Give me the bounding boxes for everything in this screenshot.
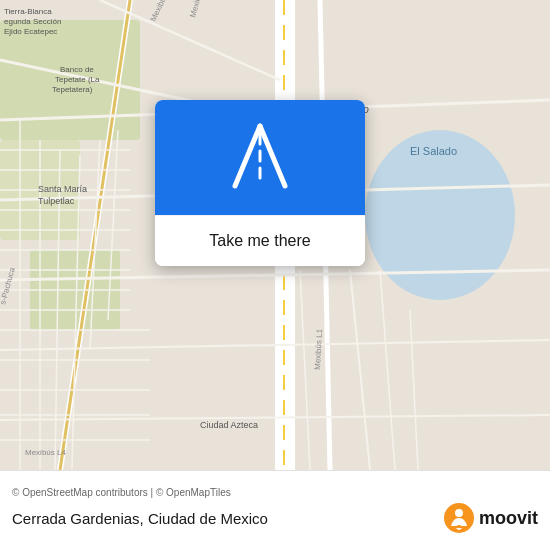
svg-text:El Salado: El Salado: [410, 145, 457, 157]
svg-line-60: [235, 126, 260, 186]
road-icon: [220, 116, 300, 200]
svg-text:Tepetatera): Tepetatera): [52, 85, 93, 94]
svg-text:Banco de: Banco de: [60, 65, 94, 74]
svg-text:Ciudad Azteca: Ciudad Azteca: [200, 420, 258, 430]
place-name: Cerrada Gardenias, Ciudad de Mexico: [12, 510, 268, 527]
card-icon-area: [155, 100, 365, 215]
take-me-there-button[interactable]: Take me there: [155, 215, 365, 266]
svg-text:Tepetate (La: Tepetate (La: [55, 75, 100, 84]
svg-text:Tierra-Blanca: Tierra-Blanca: [4, 7, 52, 16]
action-card: Take me there: [155, 100, 365, 266]
moovit-icon-svg: [443, 502, 475, 534]
svg-text:Ejido Ecatepec: Ejido Ecatepec: [4, 27, 57, 36]
svg-text:Tulpetlac: Tulpetlac: [38, 196, 75, 206]
svg-text:Santa María: Santa María: [38, 184, 87, 194]
map-container: Fraccionamiento Las Américas El Salado S…: [0, 0, 550, 470]
place-row: Cerrada Gardenias, Ciudad de Mexico moov…: [12, 502, 538, 534]
bottom-bar: © OpenStreetMap contributors | © OpenMap…: [0, 470, 550, 550]
svg-point-66: [455, 509, 463, 517]
attribution-text: © OpenStreetMap contributors | © OpenMap…: [12, 487, 231, 498]
moovit-logo: moovit: [443, 502, 538, 534]
svg-text:Mexibús L4: Mexibús L4: [25, 448, 66, 457]
moovit-brand-text: moovit: [479, 508, 538, 529]
attribution-row: © OpenStreetMap contributors | © OpenMap…: [12, 487, 538, 498]
svg-line-61: [260, 126, 285, 186]
svg-text:egunda Sección: egunda Sección: [4, 17, 61, 26]
